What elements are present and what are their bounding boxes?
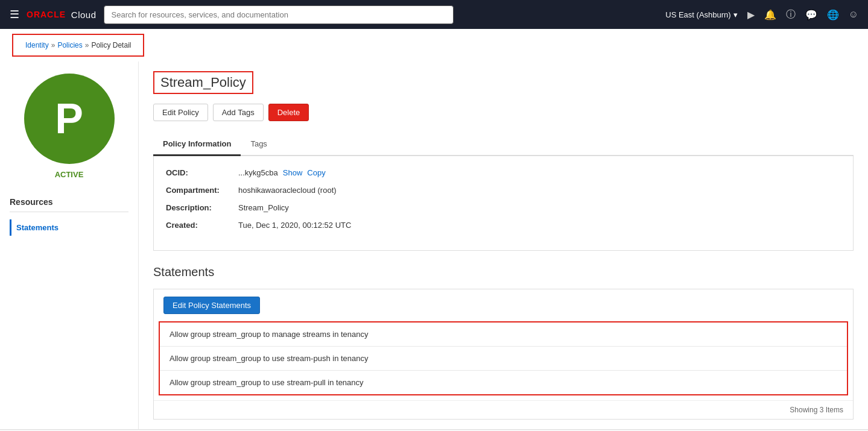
breadcrumb: Identity » Policies » Policy Detail [12, 34, 144, 57]
ocid-value: ...kykg5cba Show Copy [238, 168, 326, 177]
statements-footer: Showing 3 Items [154, 400, 853, 419]
resources-title: Resources [10, 197, 128, 212]
ocid-copy-link[interactable]: Copy [307, 168, 325, 177]
description-value: Stream_Policy [238, 203, 289, 212]
statements-list: Allow group stream_group to manage strea… [159, 321, 848, 395]
policy-status-badge: ACTIVE [10, 170, 128, 179]
search-input[interactable] [104, 5, 454, 24]
policy-avatar: P [24, 74, 115, 164]
left-panel: P ACTIVE Resources Statements [0, 61, 139, 429]
search-container [104, 5, 454, 24]
statements-title: Statements [153, 265, 854, 279]
created-label: Created: [166, 221, 238, 230]
language-globe-icon[interactable]: 🌐 [827, 9, 839, 20]
breadcrumb-identity-link[interactable]: Identity [25, 41, 49, 49]
cloud-shell-icon[interactable]: ▶ [747, 9, 755, 20]
resources-section: Resources Statements [10, 197, 128, 236]
description-label: Description: [166, 203, 238, 212]
created-value: Tue, Dec 1, 2020, 00:12:52 UTC [238, 221, 351, 230]
breadcrumb-current-page: Policy Detail [91, 41, 131, 49]
sidebar-item-statements[interactable]: Statements [10, 219, 128, 236]
avatar-letter: P [55, 95, 83, 143]
cloud-text: Cloud [68, 10, 96, 20]
notification-bell-icon[interactable]: 🔔 [764, 9, 776, 20]
compartment-row: Compartment: hoshikawaoraclecloud (root) [166, 186, 841, 195]
right-content: Stream_Policy Edit Policy Add Tags Delet… [139, 61, 868, 429]
ocid-label: OCID: [166, 168, 238, 177]
add-tags-button[interactable]: Add Tags [213, 104, 264, 121]
compartment-label: Compartment: [166, 186, 238, 195]
created-row: Created: Tue, Dec 1, 2020, 00:12:52 UTC [166, 221, 841, 230]
table-row: Allow group stream_group to use stream-p… [160, 371, 847, 394]
topnav-right-section: US East (Ashburn) ▾ ▶ 🔔 ⓘ 💬 🌐 ☺ [665, 8, 858, 21]
breadcrumb-policies-link[interactable]: Policies [57, 41, 82, 49]
help-icon[interactable]: ⓘ [786, 8, 796, 21]
tab-policy-information[interactable]: Policy Information [153, 133, 241, 156]
edit-policy-button[interactable]: Edit Policy [153, 104, 208, 121]
tab-tags[interactable]: Tags [241, 133, 276, 156]
hamburger-menu-icon[interactable]: ☰ [10, 8, 19, 21]
table-row: Allow group stream_group to manage strea… [160, 322, 847, 347]
statements-panel: Edit Policy Statements Allow group strea… [153, 289, 854, 420]
breadcrumb-sep-2: » [85, 41, 89, 49]
action-buttons: Edit Policy Add Tags Delete [153, 104, 854, 121]
feedback-icon[interactable]: 💬 [805, 9, 817, 20]
top-navigation: ☰ ORACLE Cloud US East (Ashburn) ▾ ▶ 🔔 ⓘ… [0, 0, 868, 29]
statements-toolbar: Edit Policy Statements [154, 289, 853, 321]
ocid-text: ...kykg5cba [238, 168, 278, 177]
oracle-text: ORACLE [27, 10, 66, 19]
table-row: Allow group stream_group to use stream-p… [160, 347, 847, 371]
compartment-value: hoshikawaoraclecloud (root) [238, 186, 337, 195]
breadcrumb-sep-1: » [51, 41, 55, 49]
user-profile-icon[interactable]: ☺ [849, 9, 858, 20]
policy-information-panel: OCID: ...kykg5cba Show Copy Compartment:… [153, 156, 854, 251]
delete-button[interactable]: Delete [268, 104, 309, 121]
description-row: Description: Stream_Policy [166, 203, 841, 212]
statements-section: Statements Edit Policy Statements Allow … [153, 265, 854, 420]
ocid-row: OCID: ...kykg5cba Show Copy [166, 168, 841, 177]
region-label: US East (Ashburn) [665, 10, 730, 19]
page-title: Stream_Policy [153, 71, 253, 94]
region-chevron-icon: ▾ [733, 10, 738, 19]
page-title-row: Stream_Policy [153, 71, 854, 94]
tabs-bar: Policy Information Tags [153, 133, 854, 156]
oracle-logo: ORACLE Cloud [27, 10, 97, 20]
region-selector[interactable]: US East (Ashburn) ▾ [665, 10, 737, 19]
main-layout: P ACTIVE Resources Statements Stream_Pol… [0, 61, 868, 429]
ocid-show-link[interactable]: Show [283, 168, 303, 177]
edit-policy-statements-button[interactable]: Edit Policy Statements [163, 297, 260, 314]
